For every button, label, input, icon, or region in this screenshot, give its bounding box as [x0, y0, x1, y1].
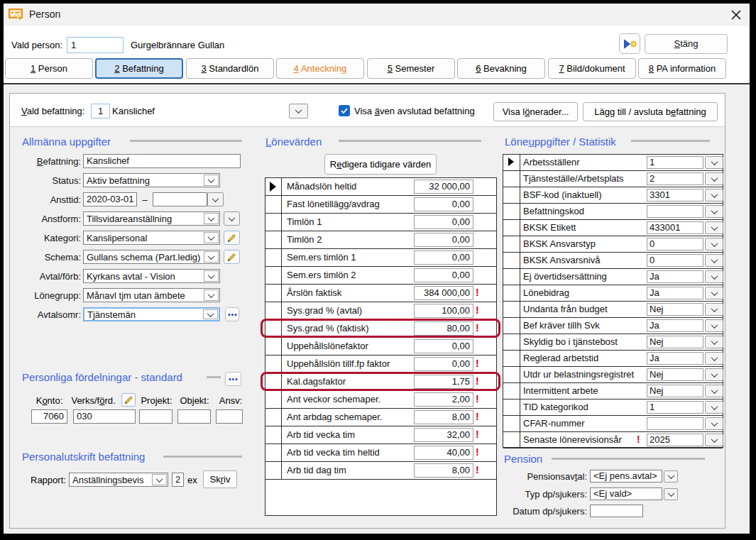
print-button[interactable]: Skriv [203, 470, 237, 488]
pension-value-0[interactable]: <Ej pens.avtal> [590, 470, 662, 483]
pension-dropdown-button[interactable] [664, 488, 678, 500]
field-combobox[interactable]: Kyrkans avtal - Vision [83, 269, 220, 283]
statistics-dropdown-button[interactable] [705, 270, 723, 283]
edit-pencil-button[interactable] [224, 250, 240, 264]
copies-input[interactable]: 2 [172, 473, 184, 487]
selected-position-input[interactable]: 1 [91, 104, 110, 119]
statistics-row-value[interactable]: 433001 [647, 221, 703, 234]
combobox-dropdown-button[interactable] [204, 213, 219, 224]
salary-row-value[interactable]: 40,00 [414, 446, 473, 460]
statistics-row-value[interactable]: 3301 [647, 189, 703, 202]
tab-befattning[interactable]: 2 Befattning [95, 58, 183, 79]
tab-bild-dokument[interactable]: 7 Bild/dokument [548, 58, 636, 79]
statistics-dropdown-button[interactable] [705, 434, 723, 446]
edit-previous-values-button[interactable]: Redigera tidigare värden [324, 154, 437, 175]
statistics-dropdown-button[interactable] [705, 385, 723, 397]
statistics-row-value[interactable]: Ja [647, 270, 703, 283]
salary-row-value[interactable]: 1,75 [414, 375, 473, 389]
statistics-row-value[interactable]: 1 [647, 401, 703, 414]
position-dropdown-button[interactable] [289, 104, 308, 119]
field-combobox[interactable]: Aktiv befattning [83, 173, 220, 187]
statistics-row-value[interactable]: Nej [647, 368, 703, 381]
statistics-dropdown-button[interactable] [705, 172, 723, 185]
salary-row-value[interactable]: 100,00 [414, 304, 473, 318]
tab-anteckning[interactable]: 4 Anteckning [276, 58, 364, 79]
distribution-input-ansv[interactable] [216, 409, 243, 424]
window-titlebar[interactable]: Person [4, 4, 750, 26]
selected-person-input[interactable]: 1 [67, 37, 124, 53]
run-button[interactable] [619, 33, 640, 54]
report-dropdown-button[interactable] [152, 474, 167, 485]
field-combobox[interactable]: Tillsvidareanställning [83, 211, 220, 226]
salary-row-value[interactable]: 0,00 [414, 197, 473, 211]
statistics-dropdown-button[interactable] [705, 319, 723, 332]
distribution-input-verksfrd[interactable]: 030 [73, 409, 136, 424]
salary-row-value[interactable]: 32 000,00 [414, 180, 473, 194]
salary-row-value[interactable]: 0,00 [414, 357, 473, 371]
field-input[interactable]: Kanslichef [83, 154, 241, 168]
combobox-dropdown-button[interactable] [203, 309, 218, 319]
statistics-row-value[interactable]: 1 [647, 156, 703, 169]
field-combobox[interactable]: Månavl tjm utan ämbete [83, 288, 220, 302]
statistics-dropdown-button[interactable] [705, 189, 723, 202]
statistics-row-value[interactable] [647, 205, 703, 218]
field-combobox[interactable]: Gullans schema (Part.ledig) [83, 250, 220, 264]
statistics-dropdown-button[interactable] [705, 205, 723, 218]
salary-row-value[interactable]: 80,00 [414, 321, 473, 336]
combobox-dropdown-button[interactable] [204, 270, 219, 282]
statistics-dropdown-button[interactable] [705, 303, 723, 316]
salary-row-value[interactable]: 0,00 [414, 233, 473, 247]
distribution-input-projekt[interactable] [139, 409, 172, 424]
statistics-row-value[interactable]: Nej [647, 336, 703, 348]
statistics-dropdown-button[interactable] [705, 287, 723, 299]
pension-value-2[interactable] [590, 505, 643, 517]
statistics-dropdown-button[interactable] [705, 238, 723, 250]
edit-pencil-button[interactable] [224, 231, 240, 245]
report-combobox[interactable]: Anställningsbevis [69, 473, 168, 487]
distribution-options-button[interactable] [225, 372, 241, 386]
statistics-row-value[interactable]: 0 [647, 254, 703, 267]
pension-dropdown-button[interactable] [664, 470, 678, 483]
statistics-dropdown-button[interactable] [705, 254, 723, 267]
field-combobox[interactable]: Tjänstemän [83, 307, 220, 321]
add-end-position-button[interactable]: Lägg till / avsluta befattning [583, 102, 718, 121]
more-options-button[interactable] [225, 307, 239, 321]
statistics-dropdown-button[interactable] [705, 336, 723, 348]
date-dropdown-button[interactable] [207, 192, 224, 206]
tab-pa-information[interactable]: 8 PA information [638, 58, 726, 79]
statistics-row-value[interactable]: 2 [647, 172, 703, 185]
statistics-row-value[interactable]: 2025 [647, 434, 703, 446]
statistics-dropdown-button[interactable] [705, 368, 723, 381]
salary-row-value[interactable]: 2,00 [414, 392, 473, 407]
tab-bevakning[interactable]: 6 Bevakning [457, 58, 545, 79]
combobox-dropdown-button[interactable] [204, 232, 219, 243]
distribution-input-objekt[interactable] [177, 409, 211, 424]
salary-row-value[interactable]: 32,00 [414, 428, 473, 442]
field-combobox[interactable]: Kanslipersonal [83, 231, 220, 245]
show-ended-positions-checkbox[interactable] [339, 105, 350, 116]
salary-row-value[interactable]: 384 000,00 [414, 286, 473, 300]
edit-pencil-button[interactable] [121, 393, 136, 407]
statistics-row-value[interactable]: Nej [647, 385, 703, 397]
statistics-dropdown-button[interactable] [705, 156, 723, 169]
date-to-input[interactable] [153, 192, 207, 206]
statistics-row-value[interactable]: Ja [647, 287, 703, 299]
salary-row-value[interactable]: 8,00 [414, 410, 473, 424]
statistics-dropdown-button[interactable] [705, 417, 723, 430]
combobox-dropdown-button[interactable] [204, 251, 219, 263]
statistics-dropdown-button[interactable] [705, 401, 723, 414]
salary-row-value[interactable]: 0,00 [414, 215, 473, 229]
statistics-row-value[interactable]: Nej [647, 303, 703, 316]
statistics-dropdown-button[interactable] [705, 352, 723, 365]
statistics-row-value[interactable]: Ja [647, 352, 703, 365]
tab-person[interactable]: 1 Person [5, 58, 93, 79]
tab-semester[interactable]: 5 Semester [367, 58, 455, 79]
close-icon[interactable] [730, 9, 742, 21]
statistics-dropdown-button[interactable] [705, 221, 723, 234]
statistics-row-value[interactable]: 0 [647, 238, 703, 250]
salary-row-value[interactable]: 0,00 [414, 268, 473, 282]
combobox-dropdown-button[interactable] [204, 175, 219, 186]
date-from-input[interactable]: 2020-03-01 [83, 192, 137, 206]
distribution-input-konto[interactable]: 7060 [31, 409, 67, 424]
statistics-row-value[interactable]: Ja [647, 319, 703, 332]
